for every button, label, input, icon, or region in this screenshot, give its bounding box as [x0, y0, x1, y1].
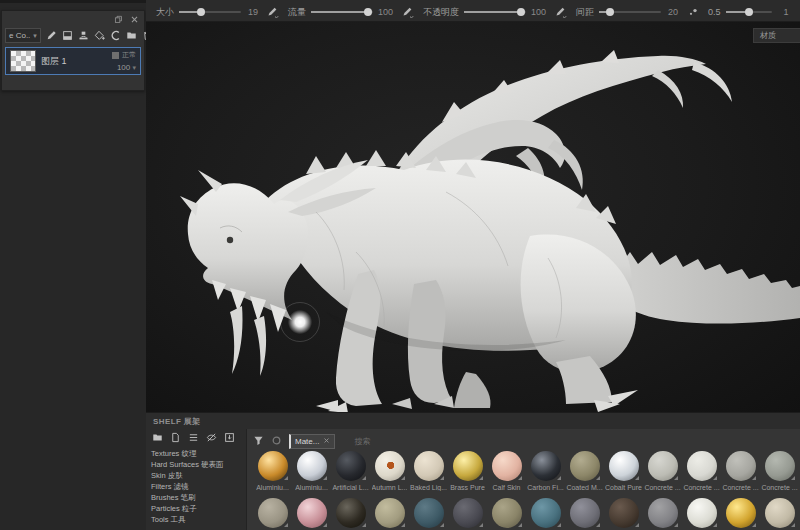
material-sphere-preview[interactable]: [570, 451, 600, 481]
layer-blend-mode[interactable]: 正常: [112, 50, 136, 60]
material-sphere-preview[interactable]: [726, 451, 756, 481]
category-textures[interactable]: Textures 纹理: [151, 448, 246, 459]
category-hard-surfaces[interactable]: Hard Surfaces 硬表面: [151, 459, 246, 470]
material-sphere-preview[interactable]: [375, 451, 405, 481]
material-sphere-preview[interactable]: [414, 498, 444, 528]
material-sphere-preview[interactable]: [531, 451, 561, 481]
pen-pressure-icon[interactable]: [267, 6, 279, 18]
material-sphere-preview[interactable]: [726, 498, 756, 528]
material-sphere-preview[interactable]: [492, 451, 522, 481]
slider-track[interactable]: [311, 11, 373, 13]
stamp-icon[interactable]: [78, 30, 89, 41]
slider-handle[interactable]: [606, 8, 614, 16]
brush-icon[interactable]: [46, 30, 57, 41]
material-tile[interactable]: Concrete ...: [760, 451, 799, 491]
layer-row[interactable]: 图层 1 正常 100 ▾: [5, 47, 141, 75]
bucket-add-icon[interactable]: [94, 30, 105, 41]
folder-icon[interactable]: [126, 30, 137, 41]
material-sphere-preview[interactable]: [570, 498, 600, 528]
material-sphere-preview[interactable]: [687, 451, 717, 481]
float-window-icon[interactable]: [114, 15, 123, 24]
material-tile[interactable]: [565, 498, 604, 528]
material-sphere-preview[interactable]: [609, 451, 639, 481]
material-tile[interactable]: Brass Pure: [448, 451, 487, 491]
category-filters[interactable]: Filters 滤镜: [151, 481, 246, 492]
filter-chip[interactable]: Mate...: [289, 434, 335, 449]
viewport-3d[interactable]: 材质: [146, 22, 800, 412]
material-tile[interactable]: Concrete ...: [682, 451, 721, 491]
pen-pressure-icon[interactable]: [555, 6, 567, 18]
slider-track[interactable]: [726, 11, 772, 13]
material-tile[interactable]: Carbon Fi...: [526, 451, 565, 491]
fill-layer-icon[interactable]: [62, 30, 73, 41]
material-sphere-preview[interactable]: [648, 498, 678, 528]
slider-handle[interactable]: [745, 8, 753, 16]
material-sphere-preview[interactable]: [687, 498, 717, 528]
slider-track[interactable]: [599, 11, 661, 13]
category-tools[interactable]: Tools 工具: [151, 514, 246, 525]
material-sphere-preview[interactable]: [765, 451, 795, 481]
material-sphere-preview[interactable]: [258, 451, 288, 481]
material-tile[interactable]: [721, 498, 760, 528]
material-tile[interactable]: [604, 498, 643, 528]
material-sphere-preview[interactable]: [258, 498, 288, 528]
material-sphere-preview[interactable]: [336, 451, 366, 481]
pen-pressure-icon[interactable]: [402, 6, 414, 18]
category-particles[interactable]: Particles 粒子: [151, 503, 246, 514]
category-skin[interactable]: Skin 皮肤: [151, 470, 246, 481]
material-sphere-preview[interactable]: [492, 498, 522, 528]
file-icon[interactable]: [170, 432, 181, 443]
slider-track[interactable]: [464, 11, 526, 13]
layer-thumbnail[interactable]: [10, 50, 36, 72]
material-sphere-preview[interactable]: [297, 451, 327, 481]
import-icon[interactable]: [224, 432, 235, 443]
material-sphere-preview[interactable]: [375, 498, 405, 528]
funnel-icon[interactable]: [253, 435, 264, 446]
material-sphere-preview[interactable]: [648, 451, 678, 481]
material-sphere-preview[interactable]: [336, 498, 366, 528]
material-tile[interactable]: [526, 498, 565, 528]
folder-icon[interactable]: [152, 432, 163, 443]
material-sphere-preview[interactable]: [453, 498, 483, 528]
material-tile[interactable]: Artificial L...: [331, 451, 370, 491]
material-sphere-preview[interactable]: [765, 498, 795, 528]
material-tile[interactable]: Concrete ...: [721, 451, 760, 491]
material-tile[interactable]: Aluminiu...: [253, 451, 292, 491]
material-tile[interactable]: [253, 498, 292, 528]
layer-opacity[interactable]: 100 ▾: [117, 63, 136, 72]
slider-handle[interactable]: [197, 8, 205, 16]
slider-handle[interactable]: [364, 8, 372, 16]
slider-handle[interactable]: [517, 8, 525, 16]
eye-off-icon[interactable]: [206, 432, 217, 443]
smudge-icon[interactable]: [110, 30, 121, 41]
material-tile[interactable]: [682, 498, 721, 528]
material-tile[interactable]: [409, 498, 448, 528]
category-brushes[interactable]: Brushes 笔刷: [151, 492, 246, 503]
material-tile[interactable]: Coated M...: [565, 451, 604, 491]
material-tile[interactable]: Aluminiu...: [292, 451, 331, 491]
tab-material-panel[interactable]: 材质: [753, 28, 800, 43]
material-tile[interactable]: [487, 498, 526, 528]
search-placeholder[interactable]: 搜索: [354, 436, 370, 447]
material-sphere-preview[interactable]: [531, 498, 561, 528]
material-tile[interactable]: [448, 498, 487, 528]
material-tile[interactable]: [292, 498, 331, 528]
slider-track[interactable]: [179, 11, 241, 13]
material-tile[interactable]: [331, 498, 370, 528]
material-sphere-preview[interactable]: [414, 451, 444, 481]
layer-name[interactable]: 图层 1: [41, 55, 107, 68]
close-icon[interactable]: [130, 15, 139, 24]
channel-dropdown[interactable]: e Co.. ▾: [5, 28, 41, 43]
ring-icon[interactable]: [271, 435, 282, 446]
material-tile[interactable]: [370, 498, 409, 528]
material-tile[interactable]: Baked Lig...: [409, 451, 448, 491]
list-icon[interactable]: [188, 432, 199, 443]
material-tile[interactable]: [760, 498, 799, 528]
material-tile[interactable]: Calf Skin: [487, 451, 526, 491]
dots-icon[interactable]: [687, 6, 699, 18]
material-sphere-preview[interactable]: [297, 498, 327, 528]
material-tile[interactable]: Cobalt Pure: [604, 451, 643, 491]
close-icon[interactable]: [323, 437, 330, 444]
material-tile[interactable]: [643, 498, 682, 528]
material-sphere-preview[interactable]: [453, 451, 483, 481]
